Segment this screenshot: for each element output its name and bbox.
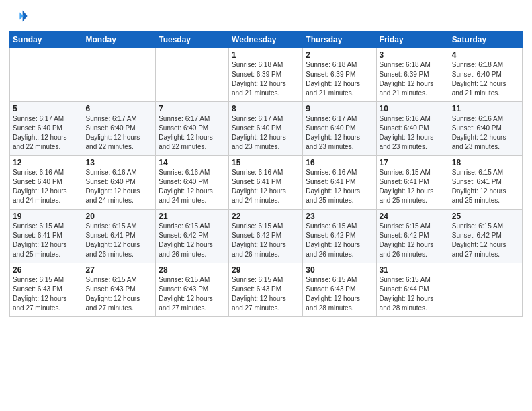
calendar-week-2: 12Sunrise: 6:16 AM Sunset: 6:40 PM Dayli… — [10, 156, 523, 210]
page: SundayMondayTuesdayWednesdayThursdayFrid… — [0, 0, 532, 411]
day-info: Sunrise: 6:15 AM Sunset: 6:43 PM Dayligh… — [159, 275, 226, 313]
day-info: Sunrise: 6:17 AM Sunset: 6:40 PM Dayligh… — [232, 114, 300, 152]
day-number: 21 — [159, 212, 226, 221]
calendar-week-0: 1Sunrise: 6:18 AM Sunset: 6:39 PM Daylig… — [10, 48, 523, 102]
day-info: Sunrise: 6:15 AM Sunset: 6:43 PM Dayligh… — [306, 275, 373, 313]
weekday-tuesday: Tuesday — [156, 32, 229, 48]
calendar-cell: 1Sunrise: 6:18 AM Sunset: 6:39 PM Daylig… — [229, 48, 303, 102]
day-number: 6 — [86, 104, 153, 113]
calendar-cell: 22Sunrise: 6:15 AM Sunset: 6:42 PM Dayli… — [229, 210, 303, 263]
calendar-cell: 25Sunrise: 6:15 AM Sunset: 6:42 PM Dayli… — [449, 210, 522, 263]
calendar-cell: 27Sunrise: 6:15 AM Sunset: 6:43 PM Dayli… — [83, 263, 156, 317]
day-number: 31 — [380, 265, 446, 275]
calendar-cell: 28Sunrise: 6:15 AM Sunset: 6:43 PM Dayli… — [156, 263, 229, 317]
calendar-cell: 2Sunrise: 6:18 AM Sunset: 6:39 PM Daylig… — [303, 48, 376, 102]
calendar-cell: 8Sunrise: 6:17 AM Sunset: 6:40 PM Daylig… — [229, 102, 303, 156]
calendar-cell: 24Sunrise: 6:15 AM Sunset: 6:42 PM Dayli… — [376, 210, 449, 263]
weekday-saturday: Saturday — [449, 32, 522, 48]
day-info: Sunrise: 6:18 AM Sunset: 6:39 PM Dayligh… — [306, 60, 373, 98]
day-info: Sunrise: 6:16 AM Sunset: 6:40 PM Dayligh… — [13, 168, 80, 205]
day-number: 20 — [86, 212, 153, 221]
header — [9, 7, 523, 26]
day-number: 27 — [86, 265, 153, 275]
day-info: Sunrise: 6:15 AM Sunset: 6:41 PM Dayligh… — [452, 168, 519, 205]
day-info: Sunrise: 6:16 AM Sunset: 6:40 PM Dayligh… — [86, 168, 153, 205]
calendar-cell: 26Sunrise: 6:15 AM Sunset: 6:43 PM Dayli… — [10, 263, 83, 317]
calendar-cell: 29Sunrise: 6:15 AM Sunset: 6:43 PM Dayli… — [229, 263, 303, 317]
day-number: 2 — [306, 50, 373, 60]
day-info: Sunrise: 6:18 AM Sunset: 6:39 PM Dayligh… — [232, 60, 300, 98]
day-info: Sunrise: 6:17 AM Sunset: 6:40 PM Dayligh… — [306, 114, 373, 152]
day-info: Sunrise: 6:15 AM Sunset: 6:44 PM Dayligh… — [380, 275, 446, 313]
calendar-week-1: 5Sunrise: 6:17 AM Sunset: 6:40 PM Daylig… — [10, 102, 523, 156]
day-info: Sunrise: 6:15 AM Sunset: 6:43 PM Dayligh… — [86, 275, 153, 313]
day-number: 5 — [13, 104, 80, 113]
day-info: Sunrise: 6:15 AM Sunset: 6:42 PM Dayligh… — [380, 222, 446, 259]
day-info: Sunrise: 6:15 AM Sunset: 6:43 PM Dayligh… — [232, 275, 300, 313]
weekday-thursday: Thursday — [303, 32, 376, 48]
day-number: 16 — [306, 158, 373, 167]
day-number: 15 — [232, 158, 300, 167]
day-number: 25 — [452, 212, 519, 221]
day-number: 24 — [380, 212, 446, 221]
calendar-cell: 30Sunrise: 6:15 AM Sunset: 6:43 PM Dayli… — [303, 263, 376, 317]
weekday-header-row: SundayMondayTuesdayWednesdayThursdayFrid… — [10, 32, 523, 48]
calendar-cell: 12Sunrise: 6:16 AM Sunset: 6:40 PM Dayli… — [10, 156, 83, 210]
day-number: 4 — [452, 50, 519, 60]
calendar-cell: 20Sunrise: 6:15 AM Sunset: 6:41 PM Dayli… — [83, 210, 156, 263]
calendar-cell: 4Sunrise: 6:18 AM Sunset: 6:40 PM Daylig… — [449, 48, 522, 102]
calendar-cell: 15Sunrise: 6:16 AM Sunset: 6:41 PM Dayli… — [229, 156, 303, 210]
day-number: 18 — [452, 158, 519, 167]
day-info: Sunrise: 6:15 AM Sunset: 6:41 PM Dayligh… — [86, 222, 153, 259]
day-info: Sunrise: 6:17 AM Sunset: 6:40 PM Dayligh… — [13, 114, 80, 152]
day-number: 22 — [232, 212, 300, 221]
calendar-cell: 13Sunrise: 6:16 AM Sunset: 6:40 PM Dayli… — [83, 156, 156, 210]
day-number: 30 — [306, 265, 373, 275]
day-number: 23 — [306, 212, 373, 221]
day-number: 3 — [380, 50, 446, 60]
calendar-cell: 3Sunrise: 6:18 AM Sunset: 6:39 PM Daylig… — [376, 48, 449, 102]
day-info: Sunrise: 6:15 AM Sunset: 6:42 PM Dayligh… — [306, 222, 373, 259]
calendar-cell: 14Sunrise: 6:16 AM Sunset: 6:40 PM Dayli… — [156, 156, 229, 210]
calendar-cell: 7Sunrise: 6:17 AM Sunset: 6:40 PM Daylig… — [156, 102, 229, 156]
day-info: Sunrise: 6:17 AM Sunset: 6:40 PM Dayligh… — [86, 114, 153, 152]
logo-icon — [9, 7, 28, 26]
calendar-week-3: 19Sunrise: 6:15 AM Sunset: 6:41 PM Dayli… — [10, 210, 523, 263]
day-info: Sunrise: 6:15 AM Sunset: 6:43 PM Dayligh… — [13, 275, 80, 313]
calendar-cell — [156, 48, 229, 102]
day-number: 8 — [232, 104, 300, 113]
day-info: Sunrise: 6:15 AM Sunset: 6:41 PM Dayligh… — [380, 168, 446, 205]
calendar-week-4: 26Sunrise: 6:15 AM Sunset: 6:43 PM Dayli… — [10, 263, 523, 317]
calendar-cell: 21Sunrise: 6:15 AM Sunset: 6:42 PM Dayli… — [156, 210, 229, 263]
day-number: 14 — [159, 158, 226, 167]
calendar-cell: 6Sunrise: 6:17 AM Sunset: 6:40 PM Daylig… — [83, 102, 156, 156]
day-number: 12 — [13, 158, 80, 167]
logo — [9, 7, 31, 26]
day-number: 7 — [159, 104, 226, 113]
calendar-cell: 11Sunrise: 6:16 AM Sunset: 6:40 PM Dayli… — [449, 102, 522, 156]
day-info: Sunrise: 6:16 AM Sunset: 6:40 PM Dayligh… — [380, 114, 446, 152]
calendar-table: SundayMondayTuesdayWednesdayThursdayFrid… — [9, 31, 523, 317]
weekday-sunday: Sunday — [10, 32, 83, 48]
day-number: 19 — [13, 212, 80, 221]
day-number: 1 — [232, 50, 300, 60]
day-info: Sunrise: 6:15 AM Sunset: 6:41 PM Dayligh… — [13, 222, 80, 259]
weekday-monday: Monday — [83, 32, 156, 48]
calendar-cell: 9Sunrise: 6:17 AM Sunset: 6:40 PM Daylig… — [303, 102, 376, 156]
day-info: Sunrise: 6:18 AM Sunset: 6:40 PM Dayligh… — [452, 60, 519, 98]
calendar-cell: 18Sunrise: 6:15 AM Sunset: 6:41 PM Dayli… — [449, 156, 522, 210]
day-number: 17 — [380, 158, 446, 167]
day-info: Sunrise: 6:18 AM Sunset: 6:39 PM Dayligh… — [380, 60, 446, 98]
day-number: 29 — [232, 265, 300, 275]
day-number: 10 — [380, 104, 446, 113]
calendar-cell: 17Sunrise: 6:15 AM Sunset: 6:41 PM Dayli… — [376, 156, 449, 210]
day-info: Sunrise: 6:16 AM Sunset: 6:41 PM Dayligh… — [232, 168, 300, 205]
day-number: 28 — [159, 265, 226, 275]
calendar-cell — [10, 48, 83, 102]
day-info: Sunrise: 6:16 AM Sunset: 6:40 PM Dayligh… — [452, 114, 519, 152]
day-info: Sunrise: 6:15 AM Sunset: 6:42 PM Dayligh… — [159, 222, 226, 259]
calendar-cell — [83, 48, 156, 102]
day-info: Sunrise: 6:16 AM Sunset: 6:40 PM Dayligh… — [159, 168, 226, 205]
day-number: 13 — [86, 158, 153, 167]
day-number: 11 — [452, 104, 519, 113]
